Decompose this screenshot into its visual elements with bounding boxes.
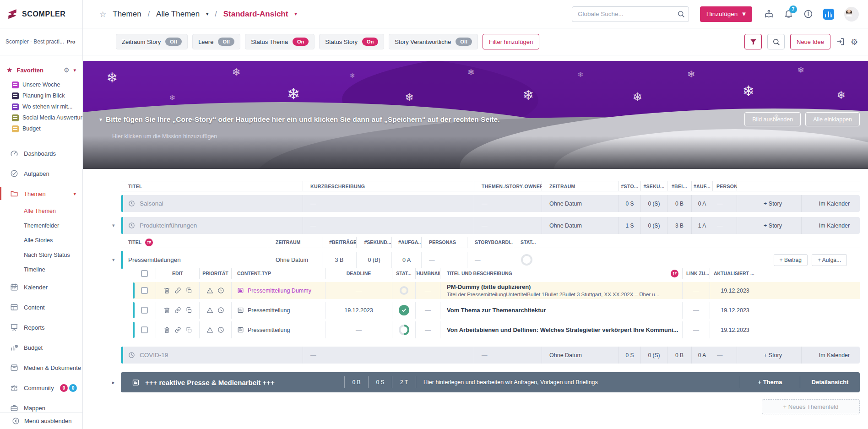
add-story-button[interactable]: + Story [737, 195, 801, 212]
favorites-header[interactable]: ★ Favoriten ⚙ ▾ [0, 65, 82, 76]
sidebar-item-budget[interactable]: Budget [0, 337, 82, 358]
priority-warning-icon[interactable] [206, 287, 213, 294]
col-header-link[interactable]: LINK ZU... [682, 268, 710, 279]
gear-icon[interactable]: ⚙ [64, 66, 70, 74]
col-header-story-sekundaer[interactable]: #SEKUND... [356, 237, 391, 248]
sidebar-item-kalender[interactable]: Kalender [0, 277, 82, 297]
filter-chip-status-thema[interactable]: Status Thema On [245, 34, 315, 49]
favorite-item-wo-stehen-wir[interactable]: Wo stehen wir mit... [0, 101, 82, 112]
content-typ-label[interactable]: Pressemitteilung Dummy [248, 288, 311, 294]
status-cell[interactable] [392, 302, 415, 319]
col-header-label[interactable]: TITEL [128, 239, 141, 245]
collapse-row-icon[interactable]: ▾ [112, 223, 115, 228]
workspace-switcher[interactable]: Scompler - Best practi... Pro [0, 28, 82, 55]
filter-chip-story-verantwortliche[interactable]: Story Verantwortliche Off [389, 34, 478, 49]
chevron-down-icon[interactable]: ▾ [294, 11, 297, 16]
favorite-item-planung-im-blick[interactable]: Planung im Blick [0, 90, 82, 101]
col-header-story-status[interactable]: STAT... [513, 237, 540, 248]
col-header-aufgaben[interactable]: #AUF... [691, 181, 712, 191]
collapse-banner-icon[interactable]: ▾ [99, 116, 102, 123]
im-kalender-button[interactable]: Im Kalender [801, 195, 860, 212]
filter-chip-zeitraum-story[interactable]: Zeitraum Story Off [116, 34, 188, 49]
col-header-status[interactable]: STAT... [392, 268, 415, 279]
titel-beschreibung-cell[interactable]: PM-Dummy (bitte duplizieren)Titel der Pr… [440, 282, 682, 299]
breadcrumb-view[interactable]: Standard-Ansicht [223, 10, 288, 19]
sort-badge-icon[interactable] [671, 270, 678, 277]
col-header-story-zeitraum[interactable]: ZEITRAUM [268, 237, 322, 248]
priority-warning-icon[interactable] [206, 326, 213, 333]
content-row-arbeitsbienen[interactable]: Pressemitteilung — — Von Arbeitsbienen u… [133, 321, 860, 338]
sidebar-item-medien-dokumente[interactable]: Medien & Dokumente [0, 358, 82, 378]
new-themenfeld-button[interactable]: + Neues Themenfeld [762, 399, 860, 414]
content-row-pm-dummy[interactable]: Pressemitteilung Dummy — — PM-Dummy (bit… [133, 282, 860, 299]
col-header-thumbnail[interactable]: THUMBNAIL [415, 268, 440, 279]
story-row-pressemitteilungen[interactable]: ▾ Pressemitteilungen Ohne Datum 3 B 0 (B… [121, 252, 860, 268]
theme-row-produkteinfuehrungen[interactable]: ▾ Produkteinführungen — — Ohne Datum 1 S… [121, 217, 860, 234]
sidebar-subitem-timeline[interactable]: Timeline [0, 262, 82, 277]
export-icon[interactable] [836, 37, 845, 46]
status-cell[interactable] [392, 321, 415, 338]
titel-beschreibung-cell[interactable]: Vom Thema zur Themenarchitektur [440, 302, 682, 319]
breadcrumb-list[interactable]: Alle Themen [156, 10, 200, 19]
im-kalender-button[interactable]: Im Kalender [801, 217, 860, 234]
filter-chip-status-story[interactable]: Status Story On [319, 34, 384, 49]
add-filter-button[interactable]: Filter hinzufügen [483, 34, 539, 49]
themenfeld-row-reaktive-presse[interactable]: ▸ +++ reaktive Presse & Medienarbeit +++… [121, 372, 860, 392]
select-all-checkbox[interactable] [141, 270, 148, 277]
deadline-clock-icon[interactable] [217, 287, 224, 294]
academy-icon[interactable] [764, 9, 774, 19]
titel-beschreibung-cell[interactable]: Von Arbeitsbienen und Delfinen: Welches … [440, 321, 682, 338]
col-header-aktualisiert[interactable]: AKTUALISIERT ... [710, 268, 760, 279]
banner-message[interactable]: Bitte fügen Sie Ihre „Core-Story“ oder H… [106, 115, 740, 124]
table-search-button[interactable] [767, 34, 785, 49]
link-icon[interactable] [174, 307, 181, 314]
sidebar-subitem-alle-stories[interactable]: Alle Stories [0, 233, 82, 248]
trash-icon[interactable] [163, 307, 170, 314]
sidebar-item-mappen[interactable]: Mappen [0, 398, 82, 413]
detailansicht-button[interactable]: Detailansicht [800, 376, 860, 388]
col-header-titel[interactable]: TITEL [121, 181, 303, 191]
info-icon[interactable] [803, 9, 813, 19]
deadline-clock-icon[interactable] [217, 307, 224, 314]
notifications[interactable]: 7 [784, 9, 793, 20]
theme-row-covid-19[interactable]: COVID-19 — — Ohne Datum 0 S 0 (S) 0 B 0 … [121, 347, 860, 364]
row-checkbox[interactable] [141, 326, 148, 333]
add-thema-button[interactable]: + Thema [740, 376, 800, 388]
col-header-beitraege[interactable]: #BEI... [667, 181, 691, 191]
trash-icon[interactable] [163, 326, 170, 333]
add-story-button[interactable]: + Story [737, 347, 801, 364]
col-header-story-beitraege[interactable]: #BEITRÄGE [322, 237, 356, 248]
col-header-story-aufgaben[interactable]: #AUFGA... [391, 237, 421, 248]
deadline-clock-icon[interactable] [217, 326, 224, 333]
theme-row-saisonal[interactable]: Saisonal — — Ohne Datum 0 S 0 (S) 0 B 0 … [121, 195, 860, 212]
hide-image-button[interactable]: Bild ausblenden [744, 112, 801, 126]
intercom-icon[interactable] [823, 9, 834, 20]
im-kalender-button[interactable]: Im Kalender [801, 347, 860, 364]
sidebar-item-dashboards[interactable]: Dashboards [0, 143, 82, 163]
breadcrumb-root[interactable]: Themen [113, 10, 141, 19]
sidebar-subitem-alle-themen[interactable]: Alle Themen [0, 204, 82, 218]
content-typ-label[interactable]: Pressemitteilung [248, 307, 290, 314]
collapse-row-icon[interactable]: ▾ [112, 257, 115, 263]
col-header-storyboard[interactable]: STORYBOARDI... [467, 237, 513, 248]
filter-chip-leere[interactable]: Leere Off [192, 34, 240, 49]
filter-funnel-button[interactable] [744, 34, 762, 49]
link-icon[interactable] [174, 287, 181, 294]
duplicate-icon[interactable] [185, 326, 192, 333]
sidebar-subitem-themenfelder[interactable]: Themenfelder [0, 218, 82, 233]
chevron-down-icon[interactable]: ▾ [206, 11, 208, 16]
sort-badge-icon[interactable] [145, 239, 153, 246]
duplicate-icon[interactable] [185, 287, 192, 294]
hide-menu-button[interactable]: Menü ausblenden [0, 413, 82, 429]
col-header-kurzbeschreibung[interactable]: KURZBESCHREIBUNG [303, 181, 474, 191]
favorite-star-icon[interactable]: ☆ [99, 10, 106, 19]
content-typ-label[interactable]: Pressemitteilung [248, 327, 290, 333]
col-header-content-typ[interactable]: CONTENT-TYP [231, 268, 325, 279]
sidebar-item-aufgaben[interactable]: Aufgaben [0, 163, 82, 184]
col-header-prioritaet[interactable]: PRIORITÄT [199, 268, 231, 279]
expand-row-icon[interactable]: ▸ [112, 380, 115, 386]
row-checkbox[interactable] [141, 287, 148, 294]
logo[interactable]: SCOMPLER [0, 0, 82, 28]
mission-hint[interactable]: Hier klicken um die Mission hinzuzufügen [112, 133, 217, 140]
col-header-owner[interactable]: THEMEN-/STORY-OWNER [474, 181, 542, 191]
